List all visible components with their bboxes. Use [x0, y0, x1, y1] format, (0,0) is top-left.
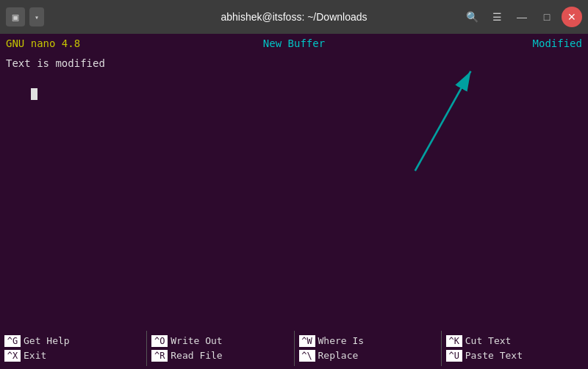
label-read-file: Read File	[171, 349, 222, 362]
footer-col-1: ^G Get Help ^X Exit	[0, 328, 146, 369]
footer-item-cut-text: ^K Cut Text	[446, 334, 584, 348]
footer-item-where-is: ^W Where Is	[299, 334, 437, 348]
nano-editor[interactable]: Text is modified	[0, 53, 588, 328]
label-paste-text: Paste Text	[465, 349, 523, 362]
footer-item-exit: ^X Exit	[4, 349, 142, 362]
label-where-is: Where Is	[318, 334, 365, 348]
label-cut-text: Cut Text	[465, 334, 512, 348]
minimize-button[interactable]: —	[512, 7, 532, 27]
dropdown-icon[interactable]: ▾	[29, 7, 44, 26]
nano-modified: Modified	[390, 37, 582, 49]
editor-line-1: Text is modified	[6, 56, 582, 71]
key-read-file: ^R	[151, 350, 168, 362]
label-write-out: Write Out	[171, 334, 222, 348]
footer-col-4: ^K Cut Text ^U Paste Text	[442, 328, 588, 369]
cursor	[31, 88, 37, 100]
nano-footer: ^G Get Help ^X Exit ^O Write Out ^R Read…	[0, 328, 588, 369]
title-bar: ▣ ▾ abhishek@itsfoss: ~/Downloads 🔍 ☰ — …	[0, 0, 588, 34]
footer-item-paste-text: ^U Paste Text	[446, 349, 584, 362]
footer-item-write-out: ^O Write Out	[151, 334, 289, 348]
label-get-help: Get Help	[24, 334, 70, 348]
window-controls: 🔍 ☰ — □ ✕	[462, 7, 582, 27]
nano-version: GNU nano 4.8	[6, 37, 198, 49]
key-get-help: ^G	[4, 335, 21, 348]
terminal-icon[interactable]: ▣	[6, 7, 25, 26]
key-cut-text: ^K	[446, 335, 462, 348]
menu-button[interactable]: ☰	[487, 7, 507, 27]
key-where-is: ^W	[299, 335, 315, 348]
footer-item-help: ^G Get Help	[4, 334, 142, 348]
close-button[interactable]: ✕	[562, 7, 582, 27]
key-replace: ^\	[299, 350, 315, 362]
label-replace: Replace	[318, 349, 359, 362]
editor-line-2	[6, 71, 582, 118]
nano-filename: New Buffer	[198, 37, 390, 49]
search-button[interactable]: 🔍	[462, 7, 482, 27]
maximize-button[interactable]: □	[537, 7, 557, 27]
footer-item-read-file: ^R Read File	[151, 349, 289, 362]
footer-col-2: ^O Write Out ^R Read File	[147, 328, 293, 369]
key-write-out: ^O	[151, 335, 168, 348]
footer-col-3: ^W Where Is ^\ Replace	[295, 328, 441, 369]
nano-header: GNU nano 4.8 New Buffer Modified	[0, 34, 588, 53]
key-exit: ^X	[4, 350, 21, 362]
window-title: abhishek@itsfoss: ~/Downloads	[220, 11, 367, 23]
key-paste-text: ^U	[446, 350, 462, 362]
title-bar-left: ▣ ▾	[6, 7, 44, 26]
footer-item-replace: ^\ Replace	[299, 349, 437, 362]
label-exit: Exit	[24, 349, 46, 362]
